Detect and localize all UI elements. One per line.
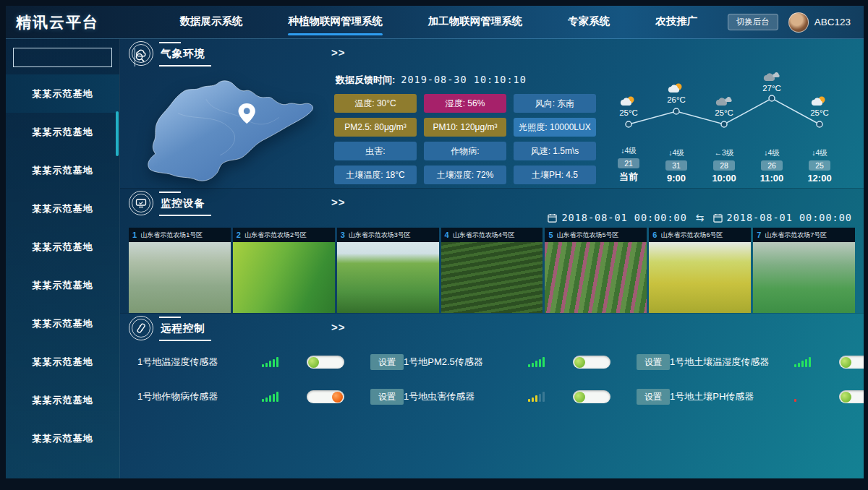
settings-button[interactable]: 设置 — [637, 354, 670, 370]
remote-section: 远程控制 >> 1号地温湿度传感器 设置 1号地PM2.5传感器 — [120, 313, 864, 405]
topbar: 精讯云平台 数据展示系统 种植物联网管理系统 加工物联网管理系统 专家系统 农技… — [6, 6, 864, 39]
sidebar-item-base[interactable]: 某某示范基地 — [6, 266, 119, 304]
weather-section: 气象环境 >> — [120, 39, 864, 188]
main-content: 气象环境 >> — [120, 39, 864, 478]
sensor-toggle[interactable] — [573, 390, 610, 403]
sidebar: 某某示范基地 某某示范基地 某某示范基地 某某示范基地 某某示范基地 某某示范基… — [6, 39, 120, 478]
weather-condition-icon — [810, 95, 829, 107]
camera-tile[interactable]: 3 山东省示范农场3号区 — [337, 228, 439, 313]
nav-item[interactable]: 数据展示系统 — [179, 9, 242, 35]
signal-strength-icon — [794, 357, 812, 367]
settings-button[interactable]: 设置 — [637, 389, 670, 405]
sensor-toggle[interactable] — [573, 356, 610, 369]
sidebar-item-base[interactable]: 某某示范基地 — [6, 419, 119, 457]
forecast-wind: ←3级 — [715, 148, 734, 158]
sensor-toggle[interactable] — [839, 390, 864, 403]
sensor-row: 1号地作物病传感器 设置 — [137, 389, 404, 405]
sidebar-item-base[interactable]: 某某示范基地 — [6, 189, 119, 228]
camera-tile[interactable]: 7 山东省示范农场7号区 — [753, 228, 855, 313]
sensor-label: 1号地作物病传感器 — [137, 390, 259, 403]
monitor-icon — [129, 191, 153, 215]
feedback-time-label: 数据反馈时间: — [336, 74, 395, 87]
weather-expand-button[interactable]: >> — [331, 46, 346, 59]
sidebar-item-base[interactable]: 某某示范基地 — [6, 151, 119, 189]
nav-item[interactable]: 农技推广 — [655, 9, 697, 35]
sensor-label: 1号地土壤温湿度传感器 — [670, 356, 791, 369]
weather-forecast: 25°C ↓4级 21 当前 — [605, 69, 843, 185]
sidebar-scrollbar[interactable] — [116, 111, 119, 156]
sensor-chip: 风向: 东南 — [514, 94, 596, 113]
forecast-wind: ↓4级 — [764, 148, 780, 158]
camera-feed — [337, 242, 439, 313]
search-input[interactable] — [14, 48, 135, 66]
camera-tile[interactable]: 4 山东省示范农场4号区 — [441, 228, 543, 313]
forecast-temp: 25°C — [715, 108, 733, 117]
sidebar-item-base[interactable]: 某某示范基地 — [6, 228, 119, 266]
sensor-chip: 土壤PH: 4.5 — [514, 166, 596, 184]
settings-button[interactable]: 设置 — [370, 354, 404, 370]
sidebar-item-base[interactable]: 某某示范基地 — [6, 343, 119, 381]
username: ABC123 — [814, 17, 851, 27]
camera-label: 山东省示范农场7号区 — [765, 231, 827, 240]
app-window: 精讯云平台 数据展示系统 种植物联网管理系统 加工物联网管理系统 专家系统 农技… — [0, 0, 868, 490]
forecast-column: 25°C ↓4级 25 12:00 — [796, 69, 843, 185]
forecast-temp: 27°C — [762, 84, 781, 93]
signal-strength-icon — [262, 357, 279, 367]
forecast-temp: 25°C — [619, 108, 638, 117]
sensor-grid: 1号地温湿度传感器 设置 1号地PM2.5传感器 设置 1号地土壤温湿度传感 — [120, 343, 864, 405]
nav-item[interactable]: 加工物联网管理系统 — [428, 9, 523, 35]
weather-condition-icon — [715, 95, 733, 107]
forecast-column: 25°C ↓4级 21 当前 — [605, 69, 652, 185]
sensor-chip-grid: 温度: 30°C 湿度: 56% 风向: 东南 PM2.5: 80μg/m³ P… — [334, 94, 596, 184]
sidebar-item-base[interactable]: 某某示范基地 — [6, 381, 119, 419]
nav-item[interactable]: 专家系统 — [568, 9, 610, 35]
camera-label: 山东省示范农场6号区 — [660, 231, 723, 240]
camera-feed — [233, 242, 335, 313]
camera-tile[interactable]: 1 山东省示范农场1号区 — [129, 228, 231, 313]
province-map — [129, 69, 326, 188]
forecast-badge: 26 — [761, 160, 783, 171]
camera-number: 2 — [237, 231, 241, 239]
camera-feed — [129, 242, 231, 313]
signal-strength-icon — [262, 392, 279, 402]
sensor-label: 1号地温湿度传感器 — [137, 356, 259, 369]
sensor-row: 1号地土壤温湿度传感器 设置 — [670, 354, 864, 370]
camera-number: 4 — [445, 231, 449, 239]
forecast-time: 10:00 — [712, 173, 736, 184]
avatar[interactable] — [788, 12, 809, 33]
camera-label: 山东省示范农场2号区 — [244, 231, 307, 240]
camera-number: 7 — [757, 231, 761, 239]
camera-feed — [649, 242, 751, 313]
feedback-time-value: 2019-08-30 10:10:10 — [401, 74, 526, 85]
weather-icon — [129, 41, 153, 66]
sidebar-item-base[interactable]: 某某示范基地 — [6, 113, 119, 151]
sensor-chip: 风速: 1.5m\s — [514, 142, 596, 160]
sensor-toggle[interactable] — [839, 356, 864, 369]
camera-tile[interactable]: 6 山东省示范农场6号区 — [649, 228, 751, 313]
sensor-toggle[interactable] — [307, 390, 344, 403]
camera-feed — [545, 242, 647, 313]
forecast-time: 9:00 — [667, 173, 686, 184]
sensor-toggle[interactable] — [307, 356, 344, 369]
camera-tile[interactable]: 2 山东省示范农场2号区 — [233, 228, 335, 313]
forecast-badge: 28 — [713, 160, 735, 171]
camera-number: 1 — [132, 231, 137, 239]
settings-button[interactable]: 设置 — [370, 389, 404, 405]
sidebar-item-base[interactable]: 某某示范基地 — [6, 74, 119, 113]
sensor-chip: PM2.5: 80μg/m³ — [334, 118, 417, 137]
sensor-chip: 温度: 30°C — [334, 94, 417, 113]
monitor-expand-button[interactable]: >> — [331, 196, 346, 208]
sidebar-item-base[interactable]: 某某示范基地 — [6, 304, 119, 343]
camera-tile[interactable]: 5 山东省示范农场5号区 — [545, 228, 647, 313]
forecast-badge: 25 — [809, 160, 830, 171]
switch-backend-button[interactable]: 切换后台 — [728, 14, 778, 30]
sensor-chip: 作物病: — [424, 142, 506, 160]
weather-data-panel: 数据反馈时间: 2019-08-30 10:10:10 温度: 30°C 湿度:… — [334, 69, 596, 188]
monitor-section-title: 监控设备 — [161, 197, 205, 210]
sensor-row: 1号地PM2.5传感器 设置 — [404, 354, 670, 370]
nav-item[interactable]: 种植物联网管理系统 — [288, 9, 383, 35]
remote-expand-button[interactable]: >> — [331, 321, 346, 333]
monitor-section: 监控设备 >> 2018-08-01 00:00:00 ⇆ — [120, 188, 864, 313]
main-nav: 数据展示系统 种植物联网管理系统 加工物联网管理系统 专家系统 农技推广 — [150, 9, 728, 35]
forecast-wind: ↓4级 — [621, 146, 637, 156]
